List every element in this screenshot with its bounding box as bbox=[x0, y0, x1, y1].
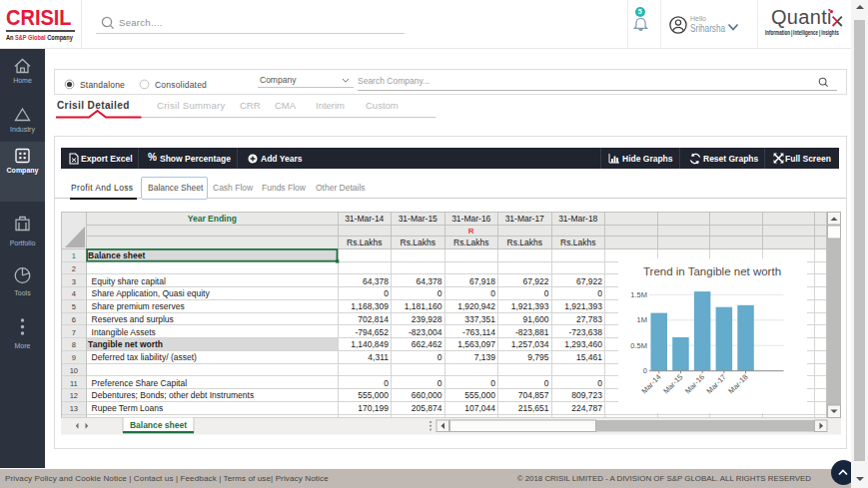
svg-text:67,922: 67,922 bbox=[523, 275, 549, 285]
svg-text:555,000: 555,000 bbox=[464, 390, 495, 400]
svg-text:662,462: 662,462 bbox=[412, 339, 442, 349]
svg-text:10: 10 bbox=[70, 365, 78, 374]
svg-text:0: 0 bbox=[544, 288, 549, 298]
svg-text:Preference Share Capital: Preference Share Capital bbox=[92, 377, 188, 387]
svg-text:1,140,849: 1,140,849 bbox=[351, 339, 389, 349]
svg-text:0: 0 bbox=[437, 377, 442, 387]
svg-text:Share Application, Quasi equit: Share Application, Quasi equity bbox=[92, 288, 211, 298]
svg-text:15,461: 15,461 bbox=[576, 352, 602, 362]
svg-text:1.5M: 1.5M bbox=[630, 290, 647, 299]
svg-text:9: 9 bbox=[72, 353, 76, 362]
svg-text:31-Mar-15: 31-Mar-15 bbox=[399, 213, 437, 223]
svg-text:Rupee Term Loans: Rupee Term Loans bbox=[92, 403, 164, 413]
svg-text:Share premium reserves: Share premium reserves bbox=[92, 301, 185, 311]
svg-text:Balance sheet: Balance sheet bbox=[130, 420, 187, 430]
svg-text:Industry: Industry bbox=[10, 126, 35, 134]
svg-text:Tools: Tools bbox=[14, 289, 31, 296]
svg-text:64,378: 64,378 bbox=[417, 275, 442, 285]
svg-text:660,000: 660,000 bbox=[412, 390, 442, 400]
svg-text:170,199: 170,199 bbox=[358, 403, 389, 413]
svg-text:Rs.Lakhs: Rs.Lakhs bbox=[507, 237, 542, 246]
svg-text:Debentures; Bonds; other debt: Debentures; Bonds; other debt Instrument… bbox=[92, 390, 255, 400]
svg-text:1,257,034: 1,257,034 bbox=[511, 339, 549, 349]
svg-text:Tangible net worth: Tangible net worth bbox=[88, 339, 163, 349]
svg-text:Company: Company bbox=[7, 167, 39, 175]
svg-text:809,723: 809,723 bbox=[571, 390, 602, 400]
svg-text:-723,638: -723,638 bbox=[568, 326, 602, 336]
svg-text:0.5M: 0.5M bbox=[630, 341, 647, 350]
svg-text:2: 2 bbox=[72, 263, 76, 272]
svg-text:337,351: 337,351 bbox=[464, 313, 495, 323]
svg-text:-823,881: -823,881 bbox=[515, 326, 549, 336]
svg-text:64,378: 64,378 bbox=[363, 275, 389, 285]
svg-text:Deferred tax liability/ (asset: Deferred tax liability/ (asset) bbox=[92, 352, 198, 362]
svg-text:0: 0 bbox=[643, 366, 647, 375]
svg-text:5: 5 bbox=[72, 302, 76, 311]
svg-text:0: 0 bbox=[490, 377, 495, 387]
svg-text:0: 0 bbox=[384, 288, 389, 298]
svg-text:3: 3 bbox=[72, 276, 76, 285]
svg-text:702,814: 702,814 bbox=[358, 313, 389, 323]
svg-text:0: 0 bbox=[597, 288, 602, 298]
svg-text:205,874: 205,874 bbox=[412, 403, 442, 413]
svg-text:Intangible Assets: Intangible Assets bbox=[92, 326, 156, 336]
svg-text:91,600: 91,600 bbox=[523, 313, 549, 323]
svg-text:7: 7 bbox=[72, 327, 76, 336]
svg-text:Reserves and surplus: Reserves and surplus bbox=[92, 313, 174, 323]
svg-text:Rs.Lakhs: Rs.Lakhs bbox=[453, 237, 488, 246]
svg-text:0: 0 bbox=[437, 352, 442, 362]
svg-text:555,000: 555,000 bbox=[358, 390, 389, 400]
svg-text:1,921,393: 1,921,393 bbox=[564, 301, 602, 311]
svg-text:31-Mar-14: 31-Mar-14 bbox=[345, 213, 384, 223]
svg-text:67,918: 67,918 bbox=[469, 275, 495, 285]
svg-text:0: 0 bbox=[384, 377, 389, 387]
svg-text:31-Mar-17: 31-Mar-17 bbox=[505, 213, 544, 223]
svg-text:-763,114: -763,114 bbox=[462, 326, 495, 336]
svg-text:7,139: 7,139 bbox=[474, 352, 496, 362]
svg-text:27,783: 27,783 bbox=[576, 313, 602, 323]
svg-text:Year Ending: Year Ending bbox=[188, 213, 237, 223]
svg-text:Rs.Lakhs: Rs.Lakhs bbox=[401, 237, 435, 246]
svg-text:1,293,460: 1,293,460 bbox=[564, 339, 602, 349]
svg-text:Home: Home bbox=[13, 77, 32, 84]
svg-text:1: 1 bbox=[72, 251, 76, 260]
svg-text:Balance sheet: Balance sheet bbox=[88, 250, 145, 260]
svg-text:R: R bbox=[468, 226, 474, 235]
svg-text:Trend in Tangible net worth: Trend in Tangible net worth bbox=[643, 265, 781, 277]
svg-text:9,795: 9,795 bbox=[527, 352, 549, 362]
svg-text:More: More bbox=[15, 342, 31, 349]
svg-text:Rs.Lakhs: Rs.Lakhs bbox=[347, 237, 382, 246]
svg-text:0: 0 bbox=[544, 377, 549, 387]
svg-text:0: 0 bbox=[597, 377, 602, 387]
svg-text:1,181,160: 1,181,160 bbox=[405, 301, 442, 311]
svg-text:107,044: 107,044 bbox=[464, 403, 495, 413]
svg-text:-794,652: -794,652 bbox=[355, 326, 389, 336]
svg-text:0: 0 bbox=[437, 288, 442, 298]
svg-text:-823,004: -823,004 bbox=[409, 326, 442, 336]
svg-text:12: 12 bbox=[70, 391, 78, 400]
svg-text:224,787: 224,787 bbox=[571, 403, 602, 413]
svg-text:31-Mar-18: 31-Mar-18 bbox=[558, 213, 597, 223]
svg-text:31-Mar-16: 31-Mar-16 bbox=[451, 213, 490, 223]
svg-text:Rs.Lakhs: Rs.Lakhs bbox=[560, 237, 595, 246]
svg-text:215,651: 215,651 bbox=[518, 403, 549, 413]
svg-text:67,922: 67,922 bbox=[576, 275, 602, 285]
svg-text:1M: 1M bbox=[637, 315, 647, 324]
svg-text:8: 8 bbox=[72, 340, 76, 349]
svg-text:13: 13 bbox=[70, 404, 78, 413]
svg-text:4,311: 4,311 bbox=[368, 352, 389, 362]
svg-text:1,921,393: 1,921,393 bbox=[511, 301, 549, 311]
svg-text:704,857: 704,857 bbox=[518, 390, 549, 400]
svg-text:6: 6 bbox=[72, 314, 76, 323]
svg-text:0: 0 bbox=[490, 288, 495, 298]
svg-text:4: 4 bbox=[72, 289, 76, 298]
svg-text:1,168,309: 1,168,309 bbox=[351, 301, 389, 311]
svg-text:11: 11 bbox=[70, 378, 78, 387]
svg-text:Equity share capital: Equity share capital bbox=[92, 275, 166, 285]
svg-text:Portfolio: Portfolio bbox=[10, 240, 36, 246]
svg-text:1,563,097: 1,563,097 bbox=[457, 339, 495, 349]
svg-text:239,928: 239,928 bbox=[412, 313, 442, 323]
svg-text:1,920,942: 1,920,942 bbox=[457, 301, 495, 311]
